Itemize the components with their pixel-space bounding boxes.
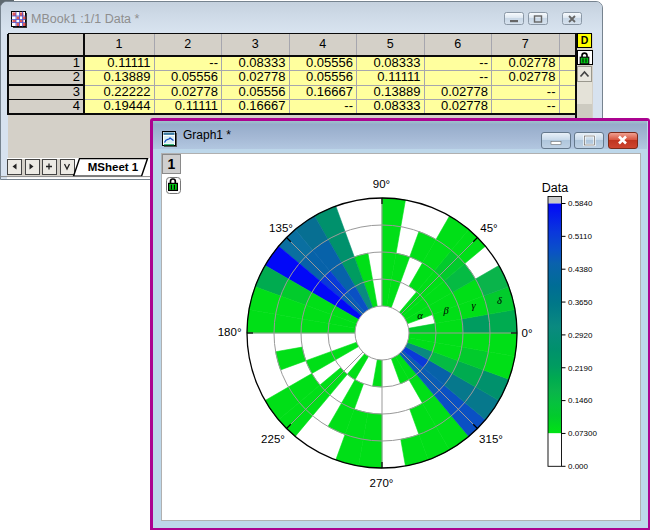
svg-text:0.1460: 0.1460 (568, 396, 593, 405)
svg-text:315°: 315° (479, 433, 503, 445)
svg-text:0.5840: 0.5840 (568, 199, 593, 208)
svg-text:0.07300: 0.07300 (568, 429, 597, 438)
svg-text:180°: 180° (218, 326, 242, 338)
svg-text:90°: 90° (373, 178, 390, 190)
svg-text:0.2920: 0.2920 (568, 331, 593, 340)
svg-text:0.4380: 0.4380 (568, 265, 593, 274)
svg-text:α: α (417, 310, 423, 321)
svg-text:Data: Data (542, 181, 568, 195)
svg-text:45°: 45° (480, 222, 497, 234)
svg-text:β: β (442, 305, 449, 316)
svg-text:0°: 0° (522, 327, 533, 339)
svg-text:0.3650: 0.3650 (568, 298, 593, 307)
svg-text:225°: 225° (261, 433, 285, 445)
svg-text:0.2190: 0.2190 (568, 364, 593, 373)
svg-text:135°: 135° (269, 222, 293, 234)
svg-text:0.5110: 0.5110 (568, 232, 592, 241)
svg-text:0.000: 0.000 (568, 462, 589, 471)
svg-text:270°: 270° (370, 477, 394, 489)
